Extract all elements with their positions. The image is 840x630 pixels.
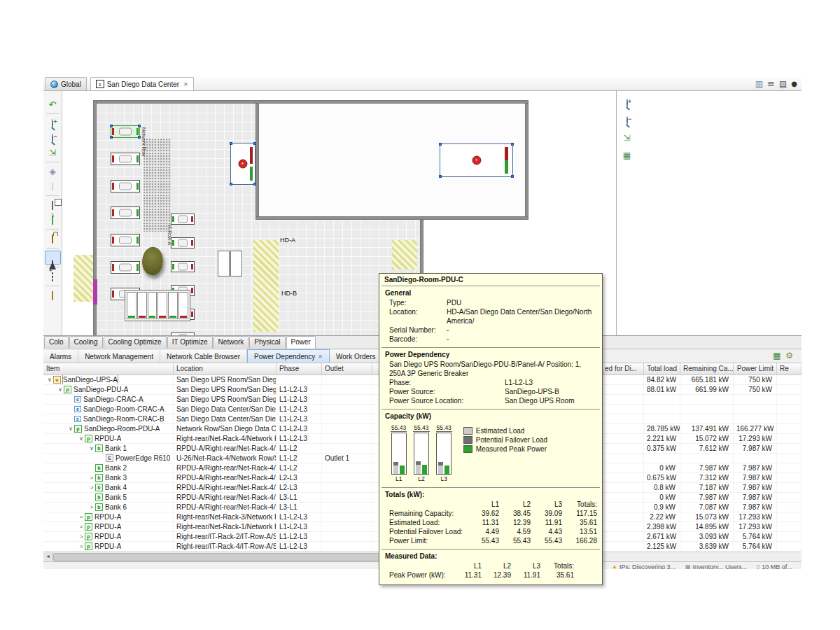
- zoom-fit-icon-button[interactable]: ⇲: [45, 146, 61, 160]
- expand-icon[interactable]: >: [78, 522, 85, 531]
- cell-location: RPDU-A/Right-rear/Net-Rack-4/N...: [174, 463, 276, 472]
- scroll-left-icon[interactable]: ◄: [43, 552, 53, 561]
- cell-total-load: 2.398 kW: [644, 522, 680, 531]
- copy-icon-button[interactable]: [45, 198, 61, 212]
- view-tab-colo[interactable]: Colo: [44, 336, 69, 348]
- zoom-in-icon-button[interactable]: +: [619, 96, 635, 110]
- legend-grid-icon-button[interactable]: ▦: [619, 148, 635, 162]
- hatched-area: [392, 240, 417, 270]
- view-tab-cooling[interactable]: Cooling: [69, 336, 103, 348]
- scrollbar-thumb[interactable]: [53, 553, 424, 561]
- rack: [171, 214, 195, 225]
- panel-tab-network-cable-browser[interactable]: Network Cable Browser: [160, 350, 247, 363]
- column-header-phase[interactable]: Phase: [276, 363, 322, 374]
- column-header-remaining-ca-[interactable]: Remaining Ca...: [680, 363, 734, 374]
- view-tab-physical[interactable]: Physical: [249, 336, 285, 348]
- item-name: SanDiego-Room-PDU-A: [84, 424, 160, 433]
- tab-global-label: Global: [61, 80, 81, 88]
- collapse-icon[interactable]: ∨: [78, 434, 85, 443]
- cell-phase: L1-L2-L3: [276, 424, 322, 433]
- tab-san-diego-label: San Diego Data Center: [107, 80, 179, 88]
- column-header-re[interactable]: Re: [777, 363, 802, 374]
- panel-tab-work-orders[interactable]: Work Orders: [330, 350, 383, 363]
- collapse-icon[interactable]: ∨: [46, 375, 53, 384]
- item-name: SanDiego-Room-CRAC-B: [83, 414, 164, 424]
- item-name: SanDiego-PDU-A: [74, 385, 128, 394]
- close-tab-icon[interactable]: ✕: [183, 81, 188, 88]
- expand-icon[interactable]: >: [78, 512, 85, 522]
- zoom-in-icon-button[interactable]: +: [45, 116, 61, 130]
- panel-tab-power-dependency[interactable]: Power Dependency✕: [247, 349, 330, 363]
- dot-icon[interactable]: ●: [791, 78, 797, 89]
- expand-icon[interactable]: >: [88, 503, 95, 512]
- expand-icon[interactable]: >: [78, 542, 85, 551]
- ruler-icon-button[interactable]: [45, 288, 61, 302]
- column-header-location[interactable]: Location: [174, 363, 276, 374]
- view-tab-network[interactable]: Network: [214, 336, 249, 348]
- measured-section: Measured Data: L1L2L3Totals:Peak Power (…: [379, 550, 602, 584]
- table-view-icon[interactable]: ▦: [773, 351, 780, 360]
- column-header-outlet[interactable]: Outlet: [322, 363, 372, 374]
- zoom-fit-icon-button[interactable]: ⇲: [619, 131, 635, 145]
- cell-outlet: [322, 424, 372, 433]
- measure-icon-button[interactable]: [45, 179, 61, 193]
- bar-phase-label: L3: [440, 475, 447, 482]
- expand-icon[interactable]: >: [78, 532, 85, 541]
- settings-icon[interactable]: ⚙: [785, 351, 793, 360]
- cell-location: RPDU-A/Right-rear/Net-Rack-4/N...: [174, 444, 276, 453]
- panel-tab-alarms[interactable]: Alarms: [43, 350, 78, 363]
- column-header-power-limit[interactable]: Power Limit: [734, 363, 777, 374]
- lock-icon-button[interactable]: [45, 232, 61, 246]
- value: 39.62: [468, 509, 499, 518]
- tab-san-diego-data-center[interactable]: s San Diego Data Center ✕: [90, 77, 194, 90]
- cell-measured-for: [602, 444, 644, 453]
- select-cursor-icon: [49, 254, 56, 262]
- panel-icon-group: ▦⚙: [773, 351, 793, 360]
- column-header-total-load[interactable]: Total load: [644, 363, 680, 374]
- divider: [382, 347, 600, 348]
- cell-remaining-extra: [777, 463, 802, 472]
- collapse-icon[interactable]: ∨: [57, 385, 64, 394]
- view-tab-cooling-optimize[interactable]: Cooling Optimize: [104, 336, 167, 348]
- bank-icon: b: [95, 484, 103, 491]
- collapse-icon[interactable]: ∨: [67, 424, 74, 433]
- cell-power-limit: [734, 395, 777, 404]
- marquee-select-icon-button[interactable]: [45, 270, 61, 284]
- column-header-ed-for-di-[interactable]: ed for Di...: [602, 363, 644, 374]
- room-pdu-panel: [230, 143, 255, 185]
- panel-tab-network-management[interactable]: Network Management: [78, 350, 160, 363]
- panel-tab-label: Power Dependency: [254, 353, 315, 360]
- view-3d-icon-button[interactable]: ◈: [45, 164, 61, 178]
- view-tab-power[interactable]: Power: [286, 336, 316, 349]
- collapse-icon[interactable]: ∨: [88, 444, 95, 453]
- expand-icon[interactable]: >: [88, 483, 95, 492]
- expand-icon[interactable]: >: [88, 473, 95, 482]
- tab-global[interactable]: Global: [45, 77, 87, 90]
- field-value: L1-L2-L3: [505, 378, 533, 387]
- field-value: HD-A/San Diego Data Center/San Diego/Nor…: [447, 307, 596, 326]
- general-row: Barcode:-: [385, 335, 596, 344]
- close-tab-icon[interactable]: ✕: [318, 354, 323, 360]
- value: 4.49: [468, 527, 499, 536]
- zoom-out-icon-button[interactable]: −: [45, 131, 61, 145]
- select-cursor-icon-button[interactable]: [45, 251, 61, 265]
- view-menu-icon[interactable]: ≡: [767, 79, 775, 89]
- zoom-out-icon-button[interactable]: −: [619, 113, 635, 127]
- estimated-segment: [393, 465, 398, 474]
- view-layout-icon[interactable]: ▥: [755, 79, 763, 89]
- column-header-item[interactable]: Item: [43, 363, 174, 374]
- bar-box: [436, 433, 451, 475]
- view-tab-it-optimize[interactable]: IT Optimize: [167, 336, 213, 348]
- value: 11.31: [452, 570, 482, 580]
- cell-outlet: [322, 375, 372, 384]
- ups-icon: u: [53, 376, 61, 384]
- floorplan-toolbar: ↶+−⇲◈: [43, 91, 62, 335]
- undo-icon-button[interactable]: ↶: [45, 97, 61, 111]
- paste-box-icon-button[interactable]: [45, 213, 61, 227]
- cell-total-load: [644, 414, 680, 424]
- cell-outlet: [322, 473, 372, 482]
- cell-remaining-capacity: 7.312 kW: [680, 473, 734, 482]
- bank-icon: b: [95, 444, 103, 452]
- view-list-icon[interactable]: ▤: [779, 79, 787, 89]
- cell-measured-for: [602, 385, 644, 394]
